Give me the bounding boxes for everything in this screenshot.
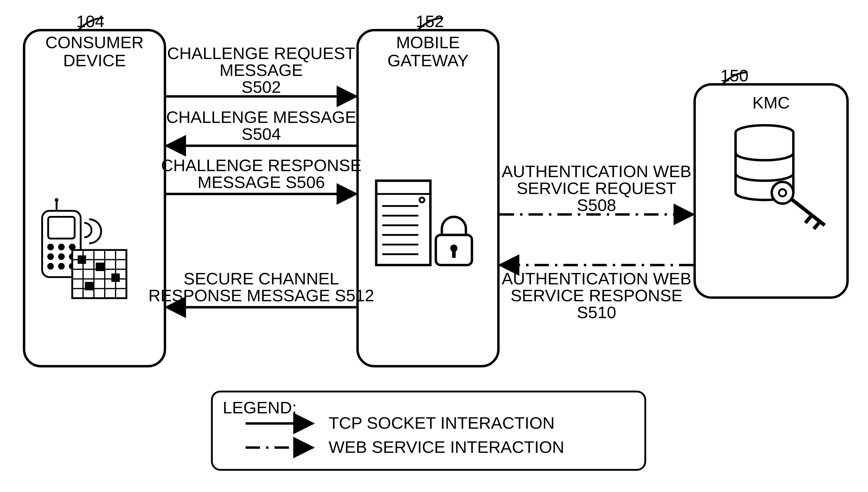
svg-rect-24 xyxy=(112,274,119,281)
ref-kmc: 150 xyxy=(720,66,748,85)
svg-text:AUTHENTICATION WEB: AUTHENTICATION WEB xyxy=(502,269,691,288)
arrow-s504: CHALLENGE MESSAGE S504 xyxy=(166,107,357,146)
svg-text:CHALLENGE REQUEST: CHALLENGE REQUEST xyxy=(167,44,355,63)
svg-text:SERVICE RESPONSE: SERVICE RESPONSE xyxy=(510,286,683,305)
ref-gateway-label: 152 xyxy=(416,12,444,31)
ref-kmc-label: 150 xyxy=(720,66,748,85)
svg-rect-37 xyxy=(452,248,455,258)
mobile-gateway-title-1: MOBILE xyxy=(396,33,460,52)
arrow-s506: CHALLENGE RESPONSE MESSAGE S506 xyxy=(161,156,362,194)
svg-text:CHALLENGE MESSAGE: CHALLENGE MESSAGE xyxy=(166,107,356,126)
svg-point-4 xyxy=(48,245,53,249)
svg-text:MESSAGE: MESSAGE xyxy=(219,60,303,79)
svg-text:S508: S508 xyxy=(577,196,616,215)
ref-consumer-label: 104 xyxy=(76,12,104,31)
svg-rect-22 xyxy=(78,256,85,263)
arrow-s502: CHALLENGE REQUEST MESSAGE S502 xyxy=(166,44,357,96)
svg-text:SECURE CHANNEL: SECURE CHANNEL xyxy=(184,269,339,288)
svg-text:RESPONSE MESSAGE S512: RESPONSE MESSAGE S512 xyxy=(149,286,374,305)
diagram-root: 104 152 150 CONSUMER DEVICE xyxy=(0,0,868,492)
legend-web-label: WEB SERVICE INTERACTION xyxy=(329,438,564,457)
svg-point-8 xyxy=(59,254,64,259)
arrow-s512: SECURE CHANNEL RESPONSE MESSAGE S512 xyxy=(149,269,374,307)
svg-text:CHALLENGE RESPONSE: CHALLENGE RESPONSE xyxy=(161,156,362,175)
consumer-device-title-1: CONSUMER xyxy=(46,33,144,52)
arrow-s510: AUTHENTICATION WEB SERVICE RESPONSE S510 xyxy=(499,265,693,322)
legend-tcp-label: TCP SOCKET INTERACTION xyxy=(329,413,555,432)
ref-consumer: 104 xyxy=(76,12,104,31)
svg-rect-23 xyxy=(96,263,104,271)
svg-text:AUTHENTICATION WEB: AUTHENTICATION WEB xyxy=(502,162,691,181)
svg-point-6 xyxy=(70,245,75,249)
mobile-gateway-box xyxy=(358,30,499,366)
consumer-device-title-2: DEVICE xyxy=(63,51,126,70)
svg-point-10 xyxy=(48,264,53,269)
svg-point-7 xyxy=(48,254,53,259)
svg-point-11 xyxy=(59,264,64,269)
svg-text:S504: S504 xyxy=(241,124,281,143)
consumer-device-box xyxy=(24,30,165,366)
svg-text:S510: S510 xyxy=(577,303,616,322)
svg-text:S502: S502 xyxy=(241,77,281,96)
mobile-gateway-title-2: GATEWAY xyxy=(388,51,469,70)
svg-point-3 xyxy=(55,198,58,202)
chip-icon xyxy=(72,250,127,298)
kmc-title: KMC xyxy=(753,93,790,112)
ref-gateway: 152 xyxy=(416,12,444,31)
svg-text:SERVICE REQUEST: SERVICE REQUEST xyxy=(517,179,677,198)
legend-title: LEGEND: xyxy=(223,398,297,417)
svg-rect-25 xyxy=(85,282,93,290)
arrow-s508: AUTHENTICATION WEB SERVICE REQUEST S508 xyxy=(499,162,693,215)
svg-point-5 xyxy=(59,245,64,249)
svg-text:MESSAGE S506: MESSAGE S506 xyxy=(198,173,325,192)
